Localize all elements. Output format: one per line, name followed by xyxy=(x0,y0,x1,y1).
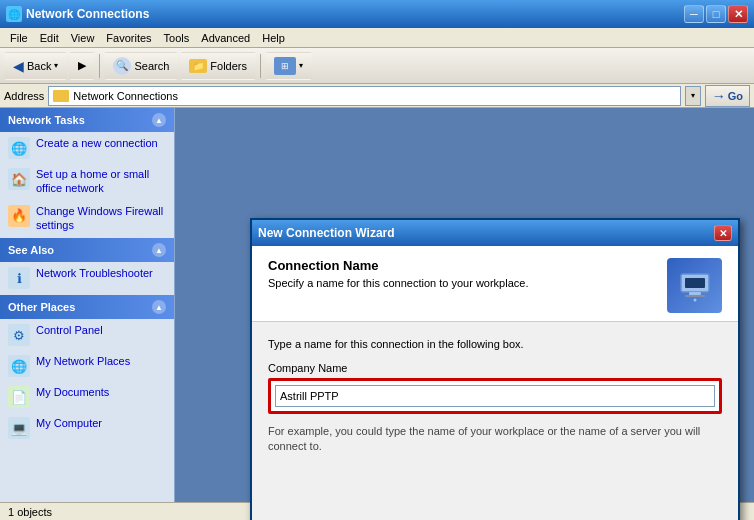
company-name-input[interactable] xyxy=(275,385,715,407)
sidebar-see-also-label: See Also xyxy=(8,244,54,256)
minimize-button[interactable]: ─ xyxy=(684,5,704,23)
sidebar-network-tasks-collapse-icon[interactable]: ▲ xyxy=(152,113,166,127)
sidebar-item-troubleshooter-label: Network Troubleshooter xyxy=(36,266,153,280)
create-connection-icon: 🌐 xyxy=(8,137,30,159)
address-dropdown[interactable]: ▾ xyxy=(685,86,701,106)
separator-2 xyxy=(260,54,261,78)
wizard-body: Connection Name Specify a name for this … xyxy=(252,246,738,520)
back-button[interactable]: ◀ Back ▾ xyxy=(4,52,67,80)
firewall-icon: 🔥 xyxy=(8,205,30,227)
address-input-wrap: Network Connections xyxy=(48,86,680,106)
folders-icon: 📁 xyxy=(189,59,207,73)
views-button[interactable]: ⊞ ▾ xyxy=(265,52,312,80)
window-title: Network Connections xyxy=(26,7,680,21)
svg-rect-1 xyxy=(685,278,705,288)
search-icon: 🔍 xyxy=(113,57,131,75)
menu-advanced[interactable]: Advanced xyxy=(195,31,256,45)
sidebar-see-also-section: See Also ▲ ℹ Network Troubleshooter xyxy=(0,238,174,293)
menu-edit[interactable]: Edit xyxy=(34,31,65,45)
search-label: Search xyxy=(134,60,169,72)
menu-help[interactable]: Help xyxy=(256,31,291,45)
sidebar: Network Tasks ▲ 🌐 Create a new connectio… xyxy=(0,108,175,502)
forward-button[interactable]: ▶ xyxy=(69,52,95,80)
go-label: Go xyxy=(728,90,743,102)
sidebar-item-my-documents[interactable]: 📄 My Documents xyxy=(0,381,174,412)
wizard-field-label: Company Name xyxy=(268,362,722,374)
back-dropdown-icon: ▾ xyxy=(54,61,58,70)
address-bar: Address Network Connections ▾ → Go xyxy=(0,84,754,108)
title-bar: 🌐 Network Connections ─ □ ✕ xyxy=(0,0,754,28)
wizard-header-title: Connection Name xyxy=(268,258,657,273)
maximize-button[interactable]: □ xyxy=(706,5,726,23)
wizard-header: Connection Name Specify a name for this … xyxy=(252,246,738,322)
back-label: Back xyxy=(27,60,51,72)
sidebar-item-my-network-places-label: My Network Places xyxy=(36,354,130,368)
address-label: Address xyxy=(4,90,44,102)
sidebar-item-create-connection-label: Create a new connection xyxy=(36,136,158,150)
search-button[interactable]: 🔍 Search xyxy=(104,52,178,80)
menu-view[interactable]: View xyxy=(65,31,101,45)
title-bar-buttons: ─ □ ✕ xyxy=(684,5,748,23)
menu-bar: File Edit View Favorites Tools Advanced … xyxy=(0,28,754,48)
my-documents-icon: 📄 xyxy=(8,386,30,408)
sidebar-other-places-label: Other Places xyxy=(8,301,75,313)
wizard-header-text: Connection Name Specify a name for this … xyxy=(268,258,657,289)
folders-button[interactable]: 📁 Folders xyxy=(180,52,256,80)
wizard-hint: For example, you could type the name of … xyxy=(268,424,722,455)
sidebar-item-control-panel-label: Control Panel xyxy=(36,323,103,337)
sidebar-see-also-header: See Also ▲ xyxy=(0,238,174,262)
wizard-dialog: New Connection Wizard ✕ Connection Name … xyxy=(250,218,740,520)
sidebar-item-home-network-label: Set up a home or small office network xyxy=(36,167,166,196)
views-dropdown-icon: ▾ xyxy=(299,61,303,70)
toolbar: ◀ Back ▾ ▶ 🔍 Search 📁 Folders ⊞ ▾ xyxy=(0,48,754,84)
wizard-title-text: New Connection Wizard xyxy=(258,226,710,240)
wizard-content: Type a name for this connection in the f… xyxy=(252,322,738,520)
home-network-icon: 🏠 xyxy=(8,168,30,190)
folders-label: Folders xyxy=(210,60,247,72)
sidebar-item-my-network-places[interactable]: 🌐 My Network Places xyxy=(0,350,174,381)
sidebar-item-firewall-label: Change Windows Firewall settings xyxy=(36,204,166,233)
my-network-places-icon: 🌐 xyxy=(8,355,30,377)
wizard-input-box xyxy=(268,378,722,414)
wizard-close-button[interactable]: ✕ xyxy=(714,225,732,241)
wizard-header-subtitle: Specify a name for this connection to yo… xyxy=(268,277,657,289)
svg-rect-2 xyxy=(689,292,701,295)
status-text: 1 objects xyxy=(8,506,52,518)
main-content: Network Tasks ▲ 🌐 Create a new connectio… xyxy=(0,108,754,502)
troubleshooter-icon: ℹ xyxy=(8,267,30,289)
sidebar-item-firewall[interactable]: 🔥 Change Windows Firewall settings xyxy=(0,200,174,237)
wizard-header-icon xyxy=(667,258,722,313)
svg-point-4 xyxy=(693,298,696,301)
back-icon: ◀ xyxy=(13,58,24,74)
sidebar-see-also-collapse-icon[interactable]: ▲ xyxy=(152,243,166,257)
control-panel-icon: ⚙ xyxy=(8,324,30,346)
menu-file[interactable]: File xyxy=(4,31,34,45)
sidebar-network-tasks-header: Network Tasks ▲ xyxy=(0,108,174,132)
menu-favorites[interactable]: Favorites xyxy=(100,31,157,45)
sidebar-item-home-network[interactable]: 🏠 Set up a home or small office network xyxy=(0,163,174,200)
sidebar-item-create-connection[interactable]: 🌐 Create a new connection xyxy=(0,132,174,163)
views-icon: ⊞ xyxy=(274,57,296,75)
sidebar-network-tasks-label: Network Tasks xyxy=(8,114,85,126)
sidebar-item-troubleshooter[interactable]: ℹ Network Troubleshooter xyxy=(0,262,174,293)
svg-rect-3 xyxy=(685,295,705,297)
wizard-description: Type a name for this connection in the f… xyxy=(268,338,722,350)
forward-icon: ▶ xyxy=(78,59,86,72)
sidebar-other-places-section: Other Places ▲ ⚙ Control Panel 🌐 My Netw… xyxy=(0,295,174,443)
sidebar-item-my-computer-label: My Computer xyxy=(36,416,102,430)
sidebar-item-my-computer[interactable]: 💻 My Computer xyxy=(0,412,174,443)
separator-1 xyxy=(99,54,100,78)
window-icon: 🌐 xyxy=(6,6,22,22)
my-computer-icon: 💻 xyxy=(8,417,30,439)
go-button[interactable]: → Go xyxy=(705,85,750,107)
address-input-text: Network Connections xyxy=(73,90,675,102)
sidebar-item-control-panel[interactable]: ⚙ Control Panel xyxy=(0,319,174,350)
address-folder-icon xyxy=(53,90,69,102)
sidebar-other-places-header: Other Places ▲ xyxy=(0,295,174,319)
menu-tools[interactable]: Tools xyxy=(158,31,196,45)
close-button[interactable]: ✕ xyxy=(728,5,748,23)
sidebar-item-my-documents-label: My Documents xyxy=(36,385,109,399)
wizard-title-bar: New Connection Wizard ✕ xyxy=(252,220,738,246)
sidebar-network-tasks-section: Network Tasks ▲ 🌐 Create a new connectio… xyxy=(0,108,174,236)
sidebar-other-places-collapse-icon[interactable]: ▲ xyxy=(152,300,166,314)
